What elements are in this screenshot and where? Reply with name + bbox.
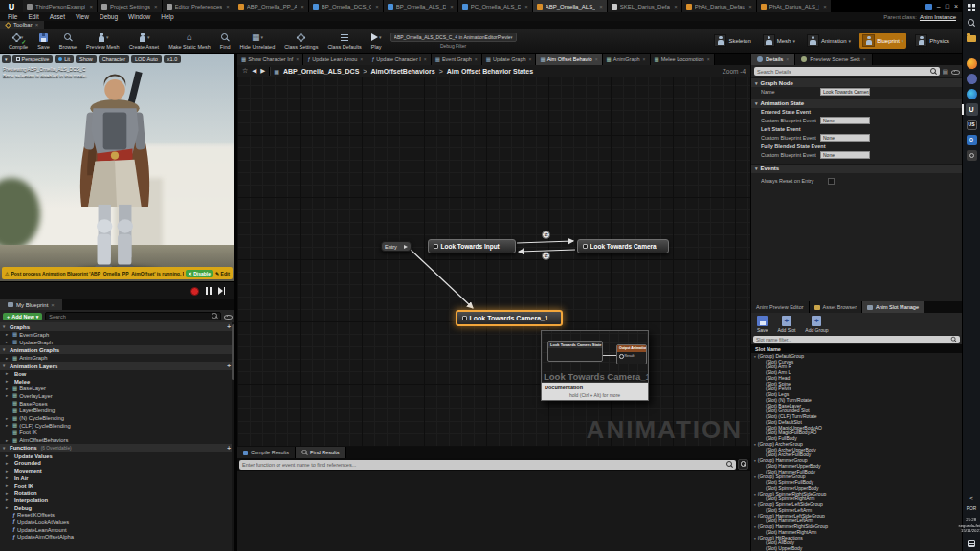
discord-icon[interactable] xyxy=(963,71,980,86)
expand-arrow-icon[interactable] xyxy=(6,386,11,391)
graph-tab[interactable]: Update Graph xyxy=(482,54,537,65)
expand-arrow-icon[interactable] xyxy=(6,505,11,510)
blueprint-tree-row[interactable]: OverlayLayer + xyxy=(0,392,234,400)
find-in-blueprints-button[interactable] xyxy=(738,459,748,470)
close-icon[interactable] xyxy=(374,4,379,10)
edge-icon[interactable] xyxy=(963,86,980,101)
window-tab[interactable]: Editor Preferences xyxy=(163,0,234,12)
menu-item[interactable]: Help xyxy=(161,13,173,20)
toolbar-button[interactable]: ▾ Create Asset xyxy=(124,29,165,53)
toolbar-button[interactable]: ▾ Make Static Mesh xyxy=(164,29,215,53)
expand-arrow-icon[interactable] xyxy=(754,353,757,359)
chevron-down-icon[interactable]: ▾ xyxy=(106,34,109,40)
expand-arrow-icon[interactable] xyxy=(754,474,757,480)
transition-rule-icon[interactable]: ⇄ xyxy=(542,231,550,239)
compile-results-tab[interactable]: Compile Results xyxy=(237,447,296,458)
graph-tab[interactable]: Show Character Inf xyxy=(237,54,303,65)
expand-arrow-icon[interactable] xyxy=(754,457,757,463)
breadcrumb-root[interactable]: ABP_Ornella_ALS_DCS xyxy=(283,68,359,75)
file-explorer-icon[interactable] xyxy=(963,31,980,46)
asset-shortcut-button[interactable]: Blueprint ▾ xyxy=(859,33,906,49)
back-icon[interactable]: ◀ xyxy=(252,67,256,75)
state-node-look-towards-camera-1-selected[interactable]: Look Towards Camera_1 xyxy=(456,310,563,326)
name-field[interactable]: Look Towards Camera_1 xyxy=(820,88,870,96)
close-icon[interactable] xyxy=(528,56,532,62)
blueprint-tree-row[interactable]: Animation Graphs + xyxy=(0,345,234,354)
toolbar-button[interactable]: ▾ Preview Mesh xyxy=(81,29,124,53)
toolbar-button[interactable]: ▾ Compile xyxy=(4,29,33,53)
record-button[interactable] xyxy=(190,287,199,296)
save-slots-button[interactable]: Save xyxy=(757,316,768,333)
taskbar-clock[interactable]: 21:28 segunda-feira 15/11/2021 xyxy=(959,518,980,534)
expand-arrow-icon[interactable] xyxy=(6,371,11,376)
menu-item[interactable]: View xyxy=(76,13,89,20)
expand-arrow-icon[interactable] xyxy=(6,438,11,443)
section-events[interactable]: Events xyxy=(751,164,962,173)
expand-arrow-icon[interactable] xyxy=(754,513,757,518)
chevron-down-icon[interactable]: ▾ xyxy=(379,34,382,40)
expand-arrow-icon[interactable] xyxy=(6,340,11,344)
menu-item[interactable]: File xyxy=(8,13,17,20)
slot-filter-input[interactable]: Slot name filter... xyxy=(753,336,960,343)
close-icon[interactable] xyxy=(706,56,710,62)
blueprint-tree-row[interactable]: Graphs + xyxy=(0,322,234,331)
expand-arrow-icon[interactable] xyxy=(3,446,8,451)
add-group-button[interactable]: Add Group xyxy=(805,316,828,333)
toolbar-button[interactable]: ▾ Find xyxy=(215,29,235,53)
asset-shortcut-button[interactable]: Physics ▾ xyxy=(912,33,952,49)
view-options-icon[interactable] xyxy=(224,313,232,320)
expand-arrow-icon[interactable] xyxy=(6,469,11,474)
menu-item[interactable]: Debug xyxy=(100,13,118,20)
close-icon[interactable] xyxy=(822,4,827,10)
launcher-icon[interactable]: US xyxy=(963,117,980,132)
expand-arrow-icon[interactable] xyxy=(754,501,757,507)
close-icon[interactable] xyxy=(673,4,678,10)
forward-icon[interactable]: ▶ xyxy=(260,67,265,75)
viewport-toolbar-button[interactable]: Show xyxy=(76,55,97,63)
blueprint-tree-row[interactable]: AimOffsetBehaviors + xyxy=(0,436,234,444)
unreal-engine-icon[interactable]: U xyxy=(963,101,980,117)
close-icon[interactable] xyxy=(863,56,866,62)
viewport-toolbar-button[interactable]: Character xyxy=(99,55,129,63)
expand-arrow-icon[interactable] xyxy=(6,416,11,421)
window-tab[interactable]: PhAt_Darius_ALS_DCS xyxy=(757,0,832,12)
blueprint-tree-row[interactable]: Bow + xyxy=(0,370,234,378)
breadcrumb-current[interactable]: Aim Offset Behavior States xyxy=(447,68,533,75)
graph-tab[interactable]: Event Graph xyxy=(432,54,482,65)
close-icon[interactable] xyxy=(598,4,603,10)
bookmark-star-icon[interactable]: ☆ xyxy=(242,67,248,75)
toolbar-button[interactable]: ▾ Hide Unrelated xyxy=(235,29,280,53)
close-icon[interactable] xyxy=(225,4,230,10)
blueprint-tree-row[interactable]: BaseLayer + xyxy=(0,385,234,392)
chevron-down-icon[interactable]: ▾ xyxy=(147,34,150,40)
window-tab[interactable]: BP_Ornella_DCS_Charact xyxy=(309,0,384,12)
blueprint-tree-row[interactable]: Movement + xyxy=(0,467,234,474)
blueprint-tree-row[interactable]: (N) CycleBlending + xyxy=(0,414,234,422)
start-button[interactable] xyxy=(963,0,980,15)
asset-shortcut-button[interactable]: Skeleton ▾ xyxy=(711,33,753,49)
custom-event-field[interactable]: None xyxy=(820,134,870,142)
expand-arrow-icon[interactable] xyxy=(6,453,11,458)
close-icon[interactable] xyxy=(747,4,752,10)
property-matrix-icon[interactable]: ▤ xyxy=(943,68,948,76)
menu-item[interactable]: Asset xyxy=(50,13,65,20)
close-icon[interactable] xyxy=(359,56,363,62)
anim-preview-editor-tab[interactable]: Anim Preview Editor xyxy=(751,301,810,313)
close-button[interactable]: × xyxy=(954,3,958,10)
my-blueprint-tab[interactable]: My Blueprint xyxy=(0,299,62,310)
pause-button[interactable] xyxy=(206,287,212,295)
view-options-icon[interactable] xyxy=(951,68,959,75)
toolbar-button[interactable]: ▾ Class Settings xyxy=(279,29,323,53)
expand-arrow-icon[interactable] xyxy=(6,332,11,337)
close-icon[interactable] xyxy=(295,56,299,62)
chevron-down-icon[interactable]: ▾ xyxy=(902,38,904,44)
details-tab[interactable]: Details xyxy=(751,54,795,65)
blueprint-tree-row[interactable]: Foot IK + xyxy=(0,482,234,490)
custom-event-field[interactable]: None xyxy=(820,117,870,124)
debug-object-dropdown[interactable]: ABP_Ornella_ALS_DCS_C_4 in AnimationEdit… xyxy=(390,33,517,42)
close-icon[interactable] xyxy=(474,56,478,62)
window-tab[interactable]: ABP_Ornella_PP_AimOffs xyxy=(234,0,309,12)
close-icon[interactable] xyxy=(449,4,454,10)
blueprint-tree-row[interactable]: UpdateAimOffsetAlpha + xyxy=(0,534,234,541)
output-pin-icon[interactable] xyxy=(404,245,408,249)
